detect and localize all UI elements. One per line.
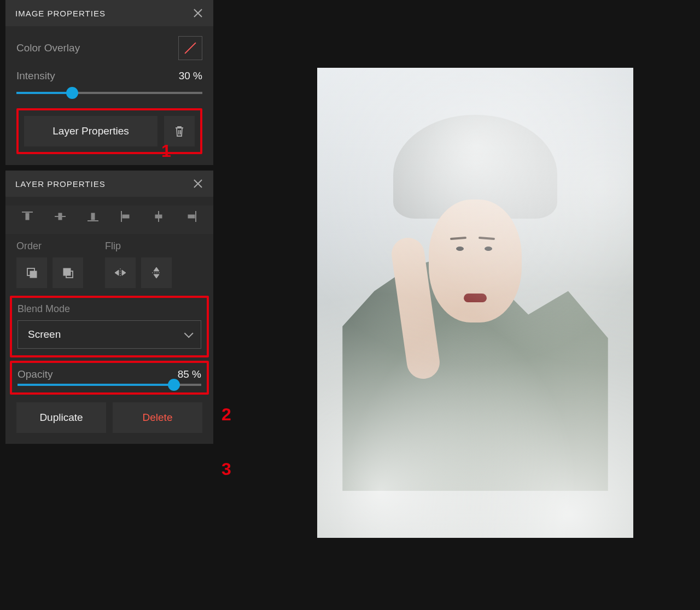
- align-vcenter-icon[interactable]: [49, 206, 71, 227]
- order-flip-row: Order Flip: [5, 241, 213, 296]
- layer-properties-button[interactable]: Layer Properties: [24, 116, 158, 146]
- chevron-down-icon: [184, 329, 194, 338]
- svg-marker-17: [115, 270, 119, 275]
- svg-rect-9: [155, 215, 162, 218]
- layer-properties-button-group: Layer Properties: [16, 108, 202, 154]
- flip-vertical-button[interactable]: [141, 257, 172, 288]
- svg-marker-20: [154, 267, 159, 271]
- svg-rect-5: [91, 213, 95, 220]
- opacity-label: Opacity: [18, 368, 52, 380]
- svg-rect-7: [122, 215, 129, 218]
- svg-rect-13: [30, 271, 37, 278]
- alignment-toolbar: [5, 206, 213, 234]
- layer-properties-title: LAYER PROPERTIES: [15, 179, 106, 189]
- blend-mode-section: Blend Mode Screen: [10, 296, 209, 357]
- image-properties-header: IMAGE PROPERTIES: [5, 0, 213, 26]
- order-label: Order: [16, 241, 83, 252]
- opacity-value: 85 %: [178, 368, 201, 380]
- flip-label: Flip: [105, 241, 172, 252]
- intensity-value: 30 %: [179, 70, 202, 82]
- close-icon[interactable]: [192, 8, 203, 19]
- annotation-2: 2: [221, 404, 231, 425]
- opacity-slider[interactable]: [18, 384, 201, 386]
- bring-forward-button[interactable]: [16, 257, 47, 288]
- flip-horizontal-button[interactable]: [105, 257, 136, 288]
- annotation-1: 1: [161, 141, 171, 161]
- align-right-icon[interactable]: [180, 206, 202, 227]
- svg-rect-15: [63, 268, 71, 275]
- delete-button[interactable]: Delete: [113, 402, 202, 433]
- close-icon[interactable]: [192, 178, 203, 189]
- svg-rect-3: [59, 213, 62, 220]
- duplicate-button[interactable]: Duplicate: [16, 402, 106, 433]
- svg-marker-21: [154, 274, 159, 278]
- intensity-slider[interactable]: [16, 92, 202, 94]
- image-properties-title: IMAGE PROPERTIES: [15, 9, 106, 18]
- image-properties-panel: IMAGE PROPERTIES Color Overlay Intensity…: [5, 0, 213, 165]
- layer-properties-panel: LAYER PROPERTIES: [5, 171, 213, 444]
- send-backward-button[interactable]: [52, 257, 83, 288]
- align-top-icon[interactable]: [16, 206, 38, 227]
- layer-properties-header: LAYER PROPERTIES: [5, 171, 213, 197]
- blend-mode-label: Blend Mode: [18, 303, 201, 315]
- canvas-preview: [317, 68, 633, 538]
- align-left-icon[interactable]: [115, 206, 137, 227]
- svg-rect-1: [26, 213, 29, 220]
- blend-mode-value: Screen: [28, 329, 61, 341]
- opacity-section: Opacity 85 %: [10, 361, 209, 395]
- color-overlay-swatch[interactable]: [178, 36, 202, 60]
- align-bottom-icon[interactable]: [82, 206, 104, 227]
- color-overlay-row: Color Overlay: [16, 36, 202, 60]
- align-hcenter-icon[interactable]: [148, 206, 170, 227]
- svg-rect-11: [188, 215, 195, 218]
- color-overlay-label: Color Overlay: [16, 42, 80, 54]
- blend-mode-select[interactable]: Screen: [18, 320, 201, 349]
- svg-marker-18: [122, 270, 126, 275]
- annotation-3: 3: [221, 459, 231, 479]
- intensity-label: Intensity: [16, 70, 55, 82]
- intensity-row: Intensity 30 %: [16, 70, 202, 82]
